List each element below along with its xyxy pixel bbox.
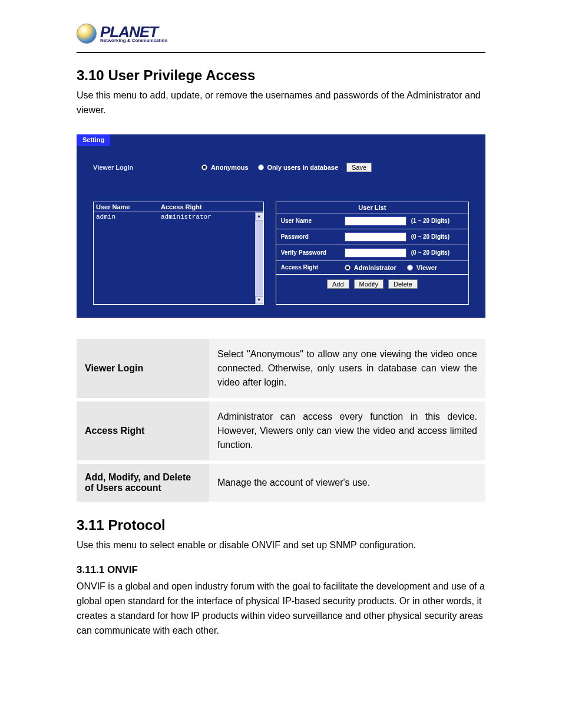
save-button[interactable]: Save [346,163,372,172]
user-list-form: User List User Name (1 ~ 20 Digits) Pass… [276,202,469,305]
modify-button[interactable]: Modify [354,279,384,289]
header-divider [77,52,485,53]
verify-password-hint: (0 ~ 20 Digits) [411,249,449,256]
delete-button[interactable]: Delete [388,279,418,289]
section-heading-protocol: 3.11 Protocol [77,517,485,533]
brand-logo: PLANET Networking & Communication [77,24,485,44]
verify-password-input[interactable] [345,248,406,258]
section-intro-protocol: Use this menu to select enable or disabl… [77,538,485,553]
user-row-name: admin [96,213,161,220]
scrollbar[interactable]: ▲ ▼ [255,212,263,304]
viewer-login-label: Viewer Login [93,164,193,171]
scroll-up-icon[interactable]: ▲ [255,212,263,220]
table-row: Access Right Administrator can access ev… [77,400,485,462]
subsection-body-onvif: ONVIF is a global and open industry foru… [77,579,485,638]
col-header-username: User Name [96,203,161,210]
password-hint: (0 ~ 20 Digits) [411,233,449,240]
radio-only-db-label: Only users in database [267,164,338,171]
radio-only-db[interactable] [258,164,264,170]
user-row[interactable]: admin administrator [96,213,261,220]
user-list-title: User List [276,202,468,213]
desc-key: Access Right [77,400,209,462]
radio-anonymous[interactable] [201,164,207,170]
tab-setting[interactable]: Setting [77,134,110,146]
radio-viewer[interactable] [407,265,413,271]
desc-key: Add, Modify, and Delete of Users account [77,462,209,502]
desc-val: Manage the account of viewer's use. [209,462,485,502]
radio-anonymous-label: Anonymous [211,164,249,171]
table-row: Viewer Login Select "Anonymous" to allow… [77,339,485,400]
username-input[interactable] [345,216,406,226]
col-header-access-right: Access Right [161,203,202,210]
username-label: User Name [281,218,340,224]
password-label: Password [281,233,340,240]
settings-panel: Setting Viewer Login Anonymous Only user… [77,134,485,318]
username-hint: (1 ~ 20 Digits) [411,218,449,224]
desc-val: Administrator can access every function … [209,400,485,462]
desc-key: Viewer Login [77,339,209,400]
verify-password-label: Verify Password [281,249,340,256]
add-button[interactable]: Add [327,279,349,289]
description-table: Viewer Login Select "Anonymous" to allow… [77,339,485,502]
radio-administrator-label: Administrator [354,264,396,271]
password-input[interactable] [345,232,406,242]
user-row-right: administrator [161,213,211,220]
subsection-heading-onvif: 3.11.1 ONVIF [77,564,485,576]
radio-viewer-label: Viewer [416,264,437,271]
radio-administrator[interactable] [345,265,351,271]
existing-users-list: User Name Access Right admin administrat… [93,202,264,305]
desc-val: Select "Anonymous" to allow any one view… [209,339,485,400]
logo-tagline: Networking & Communication [100,38,167,43]
access-right-label: Access Right [281,264,340,271]
globe-icon [77,24,97,44]
section-heading-user-privilege: 3.10 User Privilege Access [77,67,485,84]
section-intro-user-privilege: Use this menu to add, update, or remove … [77,88,485,118]
table-row: Add, Modify, and Delete of Users account… [77,462,485,502]
scroll-down-icon[interactable]: ▼ [255,296,263,304]
